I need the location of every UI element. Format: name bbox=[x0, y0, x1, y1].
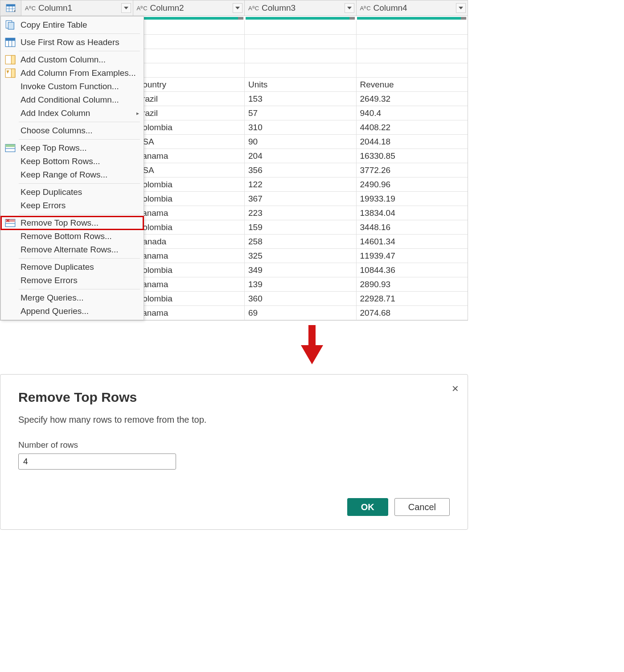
cell[interactable]: Colombia bbox=[133, 120, 245, 134]
cell[interactable]: 19933.19 bbox=[357, 192, 468, 206]
column-filter-button[interactable] bbox=[345, 3, 354, 13]
cell[interactable]: Brazil bbox=[133, 92, 245, 106]
cell[interactable] bbox=[245, 35, 357, 49]
cell[interactable]: 57 bbox=[245, 106, 357, 120]
column-header-2[interactable]: AᴮC Column2 bbox=[133, 0, 245, 16]
menu-add-custom-column[interactable]: Add Custom Column... bbox=[1, 53, 144, 66]
menu-invoke-custom-function[interactable]: Invoke Custom Function... bbox=[1, 80, 144, 93]
cell[interactable]: Colombia bbox=[133, 177, 245, 191]
cell[interactable]: Panama bbox=[133, 249, 245, 263]
menu-keep-range-rows[interactable]: Keep Range of Rows... bbox=[1, 168, 144, 181]
cell[interactable]: 3448.16 bbox=[357, 220, 468, 234]
number-of-rows-input[interactable] bbox=[18, 453, 176, 470]
cell[interactable] bbox=[245, 63, 357, 77]
cell[interactable]: 16330.85 bbox=[357, 149, 468, 163]
menu-copy-entire-table[interactable]: Copy Entire Table bbox=[1, 18, 144, 32]
cell[interactable] bbox=[133, 63, 245, 77]
cell[interactable] bbox=[133, 21, 245, 34]
ok-button[interactable]: OK bbox=[347, 498, 388, 516]
arrow-down-icon bbox=[299, 325, 325, 365]
cell[interactable]: Canada bbox=[133, 235, 245, 248]
cell[interactable]: Country bbox=[133, 78, 245, 91]
menu-choose-columns[interactable]: Choose Columns... bbox=[1, 124, 144, 137]
cell[interactable]: Units bbox=[245, 78, 357, 91]
cell[interactable]: 122 bbox=[245, 177, 357, 191]
menu-keep-top-rows[interactable]: Keep Top Rows... bbox=[1, 141, 144, 155]
remove-top-rows-dialog: × Remove Top Rows Specify how many rows … bbox=[0, 374, 468, 530]
column-filter-button[interactable] bbox=[456, 3, 466, 13]
menu-add-column-from-examples[interactable]: Add Column From Examples... bbox=[1, 66, 144, 80]
column-header-1[interactable]: AᴮC Column1 bbox=[21, 0, 133, 16]
cell[interactable]: 2490.96 bbox=[357, 177, 468, 191]
cell[interactable]: 204 bbox=[245, 149, 357, 163]
menu-remove-errors[interactable]: Remove Errors bbox=[1, 274, 144, 287]
close-button[interactable]: × bbox=[452, 382, 459, 396]
menu-add-index-column[interactable]: Add Index Column ▸ bbox=[1, 107, 144, 120]
cell[interactable] bbox=[357, 49, 468, 63]
cell[interactable]: 2074.68 bbox=[357, 306, 468, 320]
menu-use-first-row-headers[interactable]: Use First Row as Headers bbox=[1, 36, 144, 49]
cell[interactable]: 310 bbox=[245, 120, 357, 134]
cell[interactable]: 90 bbox=[245, 135, 357, 148]
cell[interactable]: Colombia bbox=[133, 263, 245, 277]
menu-keep-errors[interactable]: Keep Errors bbox=[1, 199, 144, 212]
cell[interactable]: 223 bbox=[245, 206, 357, 220]
cell[interactable] bbox=[245, 21, 357, 34]
cell[interactable] bbox=[133, 35, 245, 49]
cell[interactable]: Brazil bbox=[133, 106, 245, 120]
cell[interactable]: Revenue bbox=[357, 78, 468, 91]
column-name: Column1 bbox=[38, 3, 72, 13]
menu-remove-top-rows[interactable]: Remove Top Rows... bbox=[1, 216, 144, 230]
menu-merge-queries[interactable]: Merge Queries... bbox=[1, 291, 144, 305]
cell[interactable]: 22928.71 bbox=[357, 292, 468, 305]
cell[interactable]: 356 bbox=[245, 163, 357, 177]
menu-remove-duplicates[interactable]: Remove Duplicates bbox=[1, 260, 144, 274]
table-menu-button[interactable] bbox=[0, 0, 21, 16]
cell[interactable]: 10844.36 bbox=[357, 263, 468, 277]
menu-remove-bottom-rows[interactable]: Remove Bottom Rows... bbox=[1, 230, 144, 243]
column-name: Column3 bbox=[262, 3, 296, 13]
cell[interactable]: 139 bbox=[245, 277, 357, 291]
cell[interactable]: 2044.18 bbox=[357, 135, 468, 148]
column-header-4[interactable]: AᴮC Column4 bbox=[357, 0, 468, 16]
cell[interactable]: 3772.26 bbox=[357, 163, 468, 177]
cell[interactable]: 69 bbox=[245, 306, 357, 320]
cell[interactable]: 360 bbox=[245, 292, 357, 305]
cell[interactable]: 159 bbox=[245, 220, 357, 234]
cell[interactable] bbox=[133, 49, 245, 63]
menu-append-queries[interactable]: Append Queries... bbox=[1, 305, 144, 318]
cell[interactable]: 367 bbox=[245, 192, 357, 206]
column-filter-button[interactable] bbox=[233, 3, 242, 13]
cell[interactable]: 153 bbox=[245, 92, 357, 106]
menu-remove-alternate-rows[interactable]: Remove Alternate Rows... bbox=[1, 243, 144, 256]
cell[interactable]: 940.4 bbox=[357, 106, 468, 120]
cell[interactable]: USA bbox=[133, 135, 245, 148]
cell[interactable]: 14601.34 bbox=[357, 235, 468, 248]
menu-keep-duplicates[interactable]: Keep Duplicates bbox=[1, 186, 144, 199]
cancel-button[interactable]: Cancel bbox=[394, 498, 450, 516]
cell[interactable]: 2890.93 bbox=[357, 277, 468, 291]
cell[interactable] bbox=[245, 49, 357, 63]
cell[interactable]: Colombia bbox=[133, 292, 245, 305]
cell[interactable]: 2649.32 bbox=[357, 92, 468, 106]
cell[interactable]: 325 bbox=[245, 249, 357, 263]
cell[interactable] bbox=[357, 35, 468, 49]
cell[interactable]: Panama bbox=[133, 206, 245, 220]
column-header-3[interactable]: AᴮC Column3 bbox=[245, 0, 357, 16]
menu-add-conditional-column[interactable]: Add Conditional Column... bbox=[1, 93, 144, 107]
cell[interactable]: Colombia bbox=[133, 220, 245, 234]
column-filter-button[interactable] bbox=[121, 3, 131, 13]
menu-keep-bottom-rows[interactable]: Keep Bottom Rows... bbox=[1, 155, 144, 168]
cell[interactable]: Panama bbox=[133, 306, 245, 320]
cell[interactable]: USA bbox=[133, 163, 245, 177]
cell[interactable]: 4408.22 bbox=[357, 120, 468, 134]
cell[interactable]: 13834.04 bbox=[357, 206, 468, 220]
cell[interactable]: Panama bbox=[133, 277, 245, 291]
cell[interactable]: Panama bbox=[133, 149, 245, 163]
cell[interactable] bbox=[357, 63, 468, 77]
cell[interactable]: 349 bbox=[245, 263, 357, 277]
cell[interactable]: 258 bbox=[245, 235, 357, 248]
cell[interactable]: 11939.47 bbox=[357, 249, 468, 263]
cell[interactable] bbox=[357, 21, 468, 34]
cell[interactable]: Colombia bbox=[133, 192, 245, 206]
